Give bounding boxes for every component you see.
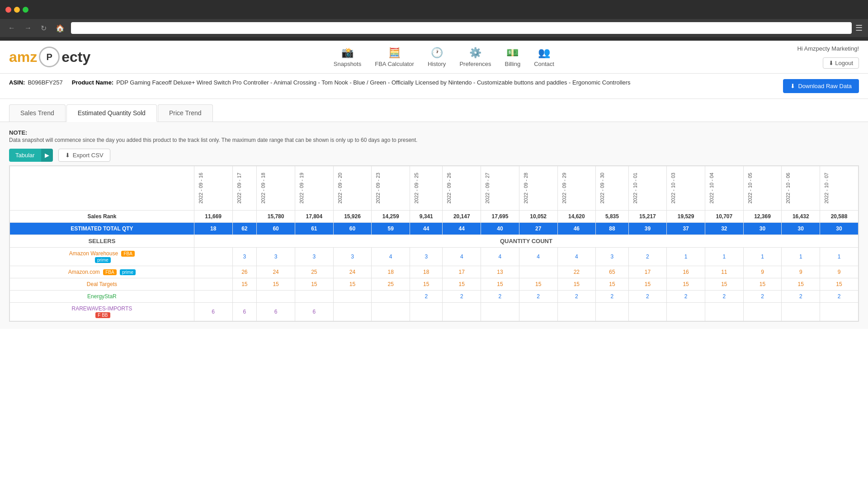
aw-8: 4 — [481, 247, 519, 266]
sr-1 — [232, 210, 257, 222]
es-7: 2 — [443, 290, 481, 302]
seller-name-amazon-com: Amazon.com FBA prime — [10, 266, 194, 278]
ac-13: 16 — [667, 266, 705, 278]
aw-3: 3 — [295, 247, 333, 266]
aw-14: 1 — [705, 247, 743, 266]
asin-value: B096BFY257 — [28, 79, 62, 86]
rw-6 — [410, 302, 443, 321]
sr-4: 15,926 — [333, 210, 372, 222]
aw-11: 3 — [596, 247, 628, 266]
menu-button[interactable]: ☰ — [855, 23, 863, 33]
ac-0 — [194, 266, 232, 278]
badge-fbb-rarewaves: F BB — [95, 312, 110, 318]
dt-7: 15 — [443, 278, 481, 290]
ac-2: 24 — [257, 266, 295, 278]
logout-button[interactable]: ⬇ Logout — [823, 57, 859, 69]
date-col-14: 2022 - 10 - 04 — [705, 166, 743, 211]
sr-2: 15,780 — [257, 210, 295, 222]
main-nav: 📸 Snapshots 🧮 FBA Calculator 🕐 History ⚙… — [334, 47, 554, 67]
refresh-button[interactable]: ↻ — [38, 23, 49, 33]
ac-1: 26 — [232, 266, 257, 278]
seller-row-amazon-warehouse: Amazon Warehouse FBA prime 3 3 3 3 4 3 4 — [10, 247, 859, 266]
rw-0: 6 — [194, 302, 232, 321]
minimize-button[interactable] — [14, 7, 20, 13]
aw-10: 4 — [557, 247, 596, 266]
sellers-header-row: SELLERS QUANTITY COUNT — [10, 235, 859, 247]
tab-sales-trend[interactable]: Sales Trend — [9, 104, 66, 122]
dt-3: 15 — [295, 278, 333, 290]
dt-16: 15 — [782, 278, 820, 290]
rw-8 — [481, 302, 519, 321]
date-col-15: 2022 - 10 - 05 — [743, 166, 782, 211]
aw-6: 3 — [410, 247, 443, 266]
et-17: 30 — [820, 222, 859, 235]
forward-button[interactable]: → — [22, 23, 34, 33]
rw-17 — [820, 302, 859, 321]
date-col-0: 2022 - 09 - 16 — [194, 166, 232, 211]
rw-1: 6 — [232, 302, 257, 321]
dt-0 — [194, 278, 232, 290]
dt-4: 15 — [333, 278, 372, 290]
download-raw-data-button[interactable]: ⬇ Download Raw Data — [783, 79, 859, 93]
dt-1: 15 — [232, 278, 257, 290]
et-12: 39 — [628, 222, 667, 235]
date-col-12: 2022 - 10 - 01 — [628, 166, 667, 211]
nav-billing[interactable]: 💵 Billing — [505, 47, 520, 67]
nav-billing-label: Billing — [505, 61, 520, 67]
export-label: Export CSV — [73, 152, 104, 159]
tab-price-trend[interactable]: Price Trend — [158, 104, 213, 122]
et-8: 40 — [481, 222, 519, 235]
et-4: 60 — [333, 222, 372, 235]
nav-contact[interactable]: 👥 Contact — [534, 47, 554, 67]
back-button[interactable]: ← — [5, 23, 18, 33]
aw-15: 1 — [743, 247, 782, 266]
date-col-10: 2022 - 09 - 29 — [557, 166, 596, 211]
seller-row-amazon-com: Amazon.com FBA prime 26 24 25 24 18 18 1… — [10, 266, 859, 278]
rw-11 — [596, 302, 628, 321]
rw-10 — [557, 302, 596, 321]
ac-14: 11 — [705, 266, 743, 278]
nav-preferences-label: Preferences — [459, 61, 491, 67]
es-2 — [257, 290, 295, 302]
rw-4 — [333, 302, 372, 321]
es-14: 2 — [705, 290, 743, 302]
product-name-label: Product Name: — [72, 79, 113, 86]
address-bar[interactable] — [71, 22, 852, 34]
nav-preferences[interactable]: ⚙️ Preferences — [459, 47, 491, 67]
date-col-13: 2022 - 10 - 03 — [667, 166, 705, 211]
sr-0: 11,669 — [194, 210, 232, 222]
nav-snapshots[interactable]: 📸 Snapshots — [334, 47, 361, 67]
qty-count-label: QUANTITY COUNT — [194, 235, 858, 247]
home-button[interactable]: 🏠 — [53, 23, 67, 33]
date-col-3: 2022 - 09 - 19 — [295, 166, 333, 211]
es-10: 2 — [557, 290, 596, 302]
rw-15 — [743, 302, 782, 321]
seller-name-amazon-warehouse: Amazon Warehouse FBA prime — [10, 247, 194, 266]
rw-3: 6 — [295, 302, 333, 321]
aw-4: 3 — [333, 247, 372, 266]
badge-fba-amazon-warehouse: FBA — [121, 251, 134, 257]
date-col-6: 2022 - 09 - 25 — [410, 166, 443, 211]
nav-fba-calculator[interactable]: 🧮 FBA Calculator — [375, 47, 414, 67]
rw-16 — [782, 302, 820, 321]
es-13: 2 — [667, 290, 705, 302]
nav-history[interactable]: 🕐 History — [428, 47, 446, 67]
maximize-button[interactable] — [23, 7, 28, 13]
tabular-dropdown-button[interactable]: ▶ — [41, 149, 53, 162]
es-15: 2 — [743, 290, 782, 302]
es-6: 2 — [410, 290, 443, 302]
et-6: 44 — [410, 222, 443, 235]
tab-estimated-qty[interactable]: Estimated Quantity Sold — [66, 104, 157, 122]
history-icon: 🕐 — [431, 47, 443, 59]
export-csv-button[interactable]: ⬇ Export CSV — [58, 149, 110, 162]
close-button[interactable] — [5, 7, 11, 13]
tabular-button[interactable]: Tabular — [9, 149, 41, 162]
et-16: 30 — [782, 222, 820, 235]
sr-15: 12,369 — [743, 210, 782, 222]
date-col-11: 2022 - 09 - 30 — [596, 166, 628, 211]
aw-7: 4 — [443, 247, 481, 266]
nav-fba-label: FBA Calculator — [375, 61, 414, 67]
ac-4: 24 — [333, 266, 372, 278]
user-greeting: Hi Amzpecty Marketing! — [797, 45, 859, 52]
dt-9: 15 — [519, 278, 557, 290]
